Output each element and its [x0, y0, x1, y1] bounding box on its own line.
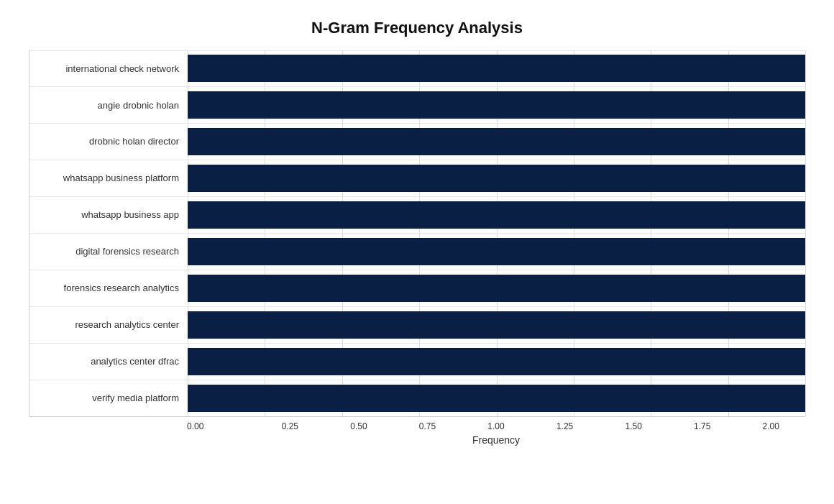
x-tick: 2.00 [737, 421, 806, 431]
bar-track [188, 162, 805, 195]
bar-track [188, 382, 805, 414]
bar-label: angie drobnic holan [29, 100, 188, 111]
bar-row: verify media platform [29, 380, 805, 416]
bar-row: research analytics center [29, 306, 805, 343]
bar-label: forensics research analytics [29, 283, 188, 294]
bar-label: analytics center dfrac [29, 356, 188, 367]
bar-row: analytics center dfrac [29, 343, 805, 380]
x-tick: 1.00 [462, 421, 531, 431]
x-tick: 0.25 [256, 421, 325, 431]
bar-row: digital forensics research [29, 233, 805, 270]
x-axis-label: Frequency [187, 434, 805, 446]
bar-row: angie drobnic holan [29, 86, 805, 123]
x-axis: 0.000.250.500.751.001.251.501.752.00 [187, 421, 805, 431]
bar-row: whatsapp business platform [29, 160, 805, 196]
bar-track [188, 272, 805, 304]
bar-label: whatsapp business platform [29, 173, 188, 184]
x-tick: 0.50 [324, 421, 393, 431]
bar-label: verify media platform [29, 393, 188, 404]
x-tick: 0.75 [393, 421, 462, 431]
bar-fill [188, 311, 805, 339]
bar-label: whatsapp business app [29, 209, 188, 221]
bar-track [188, 235, 805, 267]
bar-fill [188, 385, 805, 412]
chart-container: N-Gram Frequency Analysis international … [7, 4, 827, 500]
bar-fill [188, 348, 805, 375]
bar-fill [188, 238, 805, 265]
chart-title: N-Gram Frequency Analysis [29, 19, 805, 37]
bars-wrapper: international check networkangie drobnic… [29, 50, 805, 417]
bar-row: forensics research analytics [29, 270, 805, 306]
bar-track [188, 345, 805, 377]
x-tick: 1.75 [668, 421, 737, 431]
bar-row: international check network [29, 50, 805, 87]
bar-fill [188, 128, 805, 155]
bar-fill [188, 55, 805, 82]
bar-track [188, 52, 805, 85]
bar-fill [188, 91, 805, 119]
chart-area: international check networkangie drobnic… [29, 50, 805, 446]
bar-label: digital forensics research [29, 246, 188, 257]
x-tick: 1.25 [531, 421, 600, 431]
bar-track [188, 126, 805, 158]
bar-label: international check network [29, 63, 188, 75]
bar-row: whatsapp business app [29, 196, 805, 233]
bar-fill [188, 165, 805, 192]
bar-fill [188, 201, 805, 229]
bar-label: research analytics center [29, 319, 188, 331]
bar-fill [188, 275, 805, 302]
x-tick: 1.50 [599, 421, 668, 431]
bar-track [188, 199, 805, 232]
bar-track [188, 308, 805, 341]
bar-track [188, 89, 805, 122]
x-tick: 0.00 [187, 421, 256, 431]
bar-label: drobnic holan director [29, 136, 188, 147]
bar-row: drobnic holan director [29, 123, 805, 160]
